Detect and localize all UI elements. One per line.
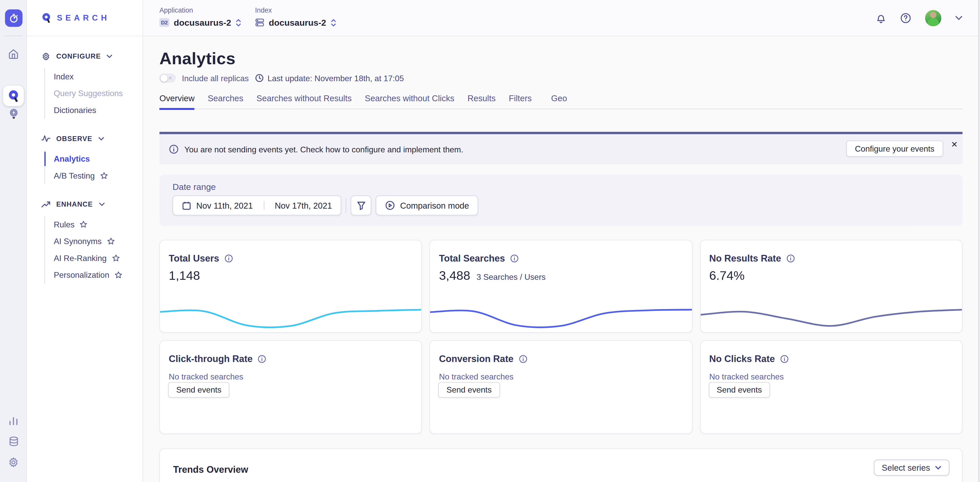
info-icon[interactable]	[510, 254, 519, 263]
notifications-bell-icon[interactable]	[875, 13, 886, 24]
info-icon[interactable]	[258, 354, 266, 363]
index-server-icon	[255, 18, 264, 27]
home-icon[interactable]	[0, 48, 27, 60]
help-icon[interactable]	[900, 13, 911, 24]
search-logo-icon	[41, 12, 52, 24]
date-separator	[263, 201, 264, 210]
sidebar-header-configure[interactable]: CONFIGURE	[41, 50, 143, 62]
window-scrollbar[interactable]	[978, 0, 980, 482]
date-range-panel: Date range Nov 11th, 2021 Nov 17th, 2021	[159, 175, 963, 226]
recommend-bulb-icon[interactable]	[0, 108, 27, 121]
trends-overview-card: Trends Overview Select series	[159, 448, 963, 482]
include-replicas-label: Include all replicas	[182, 73, 249, 83]
sidebar-item-analytics[interactable]: Analytics	[45, 151, 143, 168]
total-searches-card: Total Searches 3,488 3 Searches / Users	[430, 240, 692, 333]
tab-searches-without-results[interactable]: Searches without Results	[256, 94, 352, 109]
sidebar-item-index[interactable]: Index	[45, 68, 143, 85]
sidebar-section-enhance: ENHANCE Rules AI Synonyms	[27, 198, 143, 284]
info-icon[interactable]	[224, 254, 233, 263]
sidebar-section-configure: CONFIGURE Index Query Suggestions Dictio…	[27, 50, 143, 119]
no-clicks-rate-card: No Clicks Rate No tracked searches Send …	[700, 340, 963, 434]
date-range-end: Nov 17th, 2021	[275, 201, 332, 210]
index-select[interactable]: docusaurus-2	[255, 17, 336, 27]
tab-searches[interactable]: Searches	[208, 94, 243, 109]
clock-icon	[255, 74, 264, 82]
monitoring-chart-icon[interactable]	[0, 416, 27, 426]
search-logo[interactable]: SEARCH	[27, 0, 143, 36]
star-icon[interactable]	[80, 220, 88, 229]
application-badge: D2	[159, 18, 170, 27]
tab-filters[interactable]: Filters	[509, 94, 532, 109]
select-series-button[interactable]: Select series	[873, 460, 950, 476]
info-icon[interactable]	[780, 354, 789, 363]
conversion-rate-card: Conversion Rate No tracked searches Send…	[430, 340, 692, 434]
click-through-rate-card: Click-through Rate No tracked searches S…	[159, 340, 422, 434]
crawler-logo-tile[interactable]	[5, 9, 22, 27]
sidebar-header-enhance[interactable]: ENHANCE	[41, 198, 143, 211]
chevron-down-icon	[98, 137, 104, 141]
trends-title: Trends Overview	[173, 464, 248, 474]
app-window: SEARCH CONFIGURE Index	[0, 0, 980, 482]
sidebar-header-label: OBSERVE	[56, 135, 92, 142]
sidebar-item-ai-re-ranking[interactable]: AI Re-Ranking	[45, 250, 143, 267]
index-label: Index	[255, 6, 336, 14]
tab-overview[interactable]: Overview	[159, 94, 195, 109]
filter-button[interactable]	[351, 195, 371, 216]
info-icon[interactable]	[519, 354, 527, 363]
sidebar-item-ab-testing[interactable]: A/B Testing	[45, 167, 143, 184]
data-database-icon[interactable]	[0, 436, 27, 447]
card-value: 1,148	[169, 268, 200, 283]
user-menu-chevron-icon[interactable]	[955, 16, 963, 21]
tab-searches-without-clicks[interactable]: Searches without Clicks	[365, 94, 454, 109]
card-title: Total Searches	[439, 253, 505, 263]
sidebar-item-dictionaries[interactable]: Dictionaries	[45, 102, 143, 119]
sort-chevrons-icon	[235, 19, 241, 27]
card-value: 3,488	[439, 268, 471, 283]
sidebar-item-query-suggestions[interactable]: Query Suggestions	[45, 85, 143, 102]
page-title: Analytics	[159, 49, 235, 68]
no-tracked-searches-note: No tracked searches	[709, 372, 784, 381]
application-select[interactable]: D2 docusaurus-2	[159, 17, 241, 27]
star-icon[interactable]	[114, 271, 123, 279]
tab-geo[interactable]: Geo	[551, 94, 567, 109]
gear-icon	[41, 51, 51, 61]
last-update: Last update: November 18th, at 17:05	[255, 73, 404, 83]
comparison-mode-button[interactable]: Comparison mode	[376, 195, 479, 216]
analytics-content: Analytics ✕ Include all replicas Last up…	[143, 36, 980, 482]
card-title: Click-through Rate	[169, 353, 253, 364]
sidebar-item-rules[interactable]: Rules	[45, 216, 143, 233]
card-value: 6.74%	[709, 268, 745, 283]
include-replicas-toggle[interactable]: ✕	[159, 74, 176, 82]
sidebar-header-label: ENHANCE	[56, 200, 93, 208]
configure-events-button[interactable]: Configure your events	[846, 141, 943, 157]
send-events-button[interactable]: Send events	[709, 382, 770, 398]
star-icon[interactable]	[107, 237, 115, 245]
sidebar: SEARCH CONFIGURE Index	[27, 0, 143, 482]
card-title: Total Users	[169, 253, 219, 263]
calendar-icon	[182, 201, 191, 210]
pulse-icon	[41, 135, 51, 142]
info-icon[interactable]	[786, 254, 795, 263]
search-product-icon[interactable]	[3, 86, 24, 106]
date-range-button[interactable]: Nov 11th, 2021 Nov 17th, 2021	[173, 195, 341, 216]
card-title: No Results Rate	[709, 253, 781, 263]
rail-divider	[4, 36, 22, 36]
product-rail	[0, 0, 27, 482]
send-events-button[interactable]: Send events	[438, 382, 500, 398]
sidebar-item-ai-synonyms[interactable]: AI Synonyms	[45, 233, 143, 250]
settings-gear-icon[interactable]	[0, 456, 27, 468]
sidebar-header-observe[interactable]: OBSERVE	[41, 132, 143, 145]
user-avatar[interactable]	[925, 10, 941, 26]
chevron-down-icon	[935, 466, 941, 470]
tab-results[interactable]: Results	[468, 94, 496, 109]
sidebar-item-personalization[interactable]: Personalization	[45, 267, 143, 284]
topbar: Application D2 docusaurus-2 Index	[143, 0, 980, 36]
no-tracked-searches-note: No tracked searches	[169, 372, 243, 381]
star-icon[interactable]	[100, 172, 108, 180]
sidebar-header-label: CONFIGURE	[56, 52, 101, 60]
date-range-controls: Nov 11th, 2021 Nov 17th, 2021	[173, 195, 479, 216]
send-events-button[interactable]: Send events	[168, 382, 230, 398]
no-tracked-searches-note: No tracked searches	[439, 372, 514, 381]
banner-close-icon[interactable]: ✕	[950, 140, 959, 149]
star-icon[interactable]	[111, 254, 120, 262]
